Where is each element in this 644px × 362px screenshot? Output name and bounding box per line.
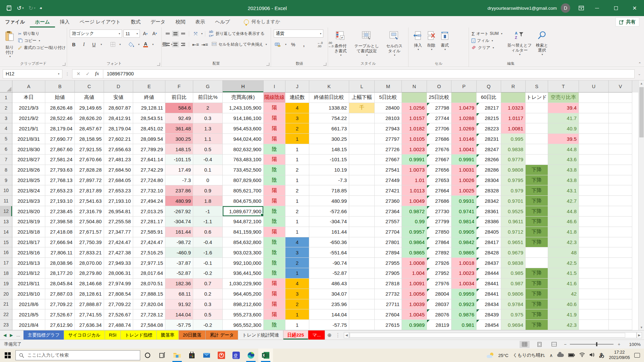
cell[interactable]: 1338.82 [309, 103, 349, 113]
cell[interactable]: 27667 [375, 155, 402, 165]
cell[interactable]: 下降 [526, 299, 548, 310]
cell[interactable]: 841,159,900 [223, 227, 264, 237]
column-header-O[interactable]: O [427, 80, 451, 93]
cell[interactable]: 27892 [427, 247, 451, 258]
cell[interactable]: 27,897.72 [75, 175, 104, 186]
cell[interactable]: 0.9905 [451, 227, 477, 237]
cell[interactable]: 0.9872 [402, 206, 427, 217]
cut-button[interactable]: ✂切り取り [18, 31, 66, 37]
cell[interactable] [579, 268, 609, 279]
zoom-slider[interactable] [570, 344, 613, 345]
cell[interactable]: 0.9957 [402, 227, 427, 237]
cell[interactable]: 2 [285, 299, 309, 310]
cell[interactable]: 1.0034 [451, 279, 477, 289]
cell[interactable]: 27449 [375, 175, 402, 186]
cell[interactable]: -572.66 [309, 206, 349, 217]
cell[interactable]: 0.9 [193, 185, 223, 196]
column-header-M[interactable]: M [375, 80, 402, 93]
cell[interactable]: -52.87 [309, 268, 349, 279]
cell[interactable]: 28,045.84 [45, 279, 75, 289]
cell[interactable]: 0.99 [402, 217, 427, 227]
cell[interactable]: 2 [285, 165, 309, 175]
column-header-I[interactable]: I [264, 80, 285, 93]
row-header-2[interactable]: 2 [0, 103, 12, 113]
cell[interactable]: 0.3 [193, 113, 223, 124]
cell[interactable]: 27926 [427, 258, 451, 268]
cell[interactable]: 27976 [427, 279, 451, 289]
taskbar-search-input[interactable]: ここに入力して検索 [15, 350, 140, 360]
cell[interactable]: 1,243,105,900 [223, 103, 264, 113]
cell[interactable]: 2021/8/27 [12, 155, 45, 165]
row-header-10[interactable]: 10 [0, 185, 12, 196]
cell[interactable] [609, 206, 632, 217]
cell[interactable]: 28386 [477, 217, 501, 227]
cell[interactable]: 28,179.04 [104, 123, 133, 134]
hscroll-left-icon[interactable]: ◀ [344, 332, 349, 338]
cell[interactable]: 陰 [264, 217, 285, 227]
row-header-14[interactable]: 14 [0, 227, 12, 237]
cell[interactable]: 42.3 [548, 237, 579, 248]
cell[interactable]: 2021/8/10 [12, 289, 45, 299]
zoom-level[interactable]: 100% [626, 342, 641, 347]
cell[interactable]: 161.44 [165, 227, 193, 237]
cell[interactable]: 陽 [264, 185, 285, 196]
cell[interactable]: 300.25 [309, 134, 349, 144]
cell[interactable]: 27,516.25 [133, 247, 165, 258]
cell[interactable]: 上幅下幅 [349, 93, 375, 103]
increase-decimal-icon[interactable]: ←.0.00 [316, 41, 324, 48]
cell[interactable]: 27656 [427, 165, 451, 175]
ime-indicator[interactable]: あ [599, 352, 604, 359]
select-all-corner[interactable] [0, 80, 12, 93]
cell[interactable]: 27,255.58 [104, 217, 133, 227]
cell[interactable] [451, 93, 477, 103]
cell[interactable]: 前日比% [193, 93, 223, 103]
cell[interactable]: 27730 [427, 206, 451, 217]
cell[interactable]: 0.9712 [501, 227, 526, 237]
cell[interactable]: 1 [285, 217, 309, 227]
cell[interactable] [579, 123, 609, 134]
cell[interactable]: 陰 [264, 320, 285, 330]
cell[interactable]: 29,128.11 [133, 103, 165, 113]
cell[interactable]: 陰 [264, 247, 285, 258]
cell[interactable] [526, 258, 548, 268]
cell[interactable]: 28286 [477, 165, 501, 175]
cell[interactable]: 0.9611 [501, 217, 526, 227]
name-box[interactable]: H12▾ [3, 69, 62, 78]
cell[interactable]: 25日比較 [427, 93, 451, 103]
cell[interactable] [609, 155, 632, 165]
cell[interactable]: 807,829,600 [223, 175, 264, 186]
cell[interactable]: 0.9814 [451, 217, 477, 227]
cell[interactable] [349, 247, 375, 258]
font-dialog-launcher[interactable] [157, 63, 160, 66]
hscroll-right-icon[interactable]: ▶ [637, 332, 642, 338]
cell[interactable] [579, 237, 609, 248]
cell[interactable]: 0.9741 [451, 206, 477, 217]
ribbon-display-options-icon[interactable] [575, 0, 588, 16]
cell[interactable]: 1.0008 [402, 258, 427, 268]
cell[interactable]: 480.99 [165, 196, 193, 206]
cell[interactable]: 0.979 [501, 185, 526, 196]
cell[interactable]: 954,453,600 [223, 123, 264, 134]
sheet-tab-主要指標グラフ[interactable]: 主要指標グラフ [23, 330, 64, 340]
cell[interactable]: 1.0146 [451, 134, 477, 144]
italic-button[interactable]: I [80, 41, 88, 48]
column-header-E[interactable]: E [133, 80, 165, 93]
account-email[interactable]: dryyourtearswithlove1@gmail.com [487, 6, 557, 11]
cell[interactable]: 2021/8/23 [12, 196, 45, 206]
cell[interactable]: 27541 [375, 165, 402, 175]
cell[interactable]: 1,030,229,900 [223, 279, 264, 289]
column-header-J[interactable]: J [285, 80, 309, 93]
microsoft-store-icon[interactable] [184, 349, 199, 362]
cell[interactable]: 898,212,600 [223, 299, 264, 310]
currency-format-icon[interactable] [274, 41, 282, 48]
cell[interactable]: 0.9991 [402, 155, 427, 165]
cell[interactable]: 27952 [427, 268, 451, 279]
comma-style-icon[interactable]: , [300, 41, 308, 48]
cell[interactable]: 0.9865 [402, 247, 427, 258]
cell[interactable]: 27,808.54 [104, 289, 133, 299]
percent-style-icon[interactable]: % [289, 41, 297, 48]
cell[interactable]: 1 [285, 309, 309, 320]
atmenu-app-icon[interactable]: @menu [229, 349, 244, 362]
horizontal-scroll-thumb[interactable] [350, 333, 625, 338]
cell[interactable]: 27360 [375, 196, 402, 206]
